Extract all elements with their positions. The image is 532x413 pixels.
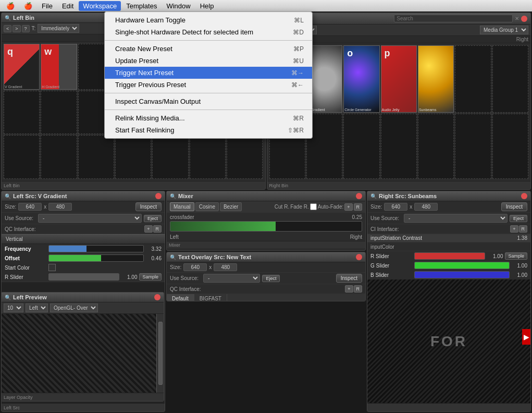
right-cell-7[interactable] <box>492 45 528 113</box>
bin-cell-3-6[interactable] <box>190 135 226 179</box>
right-r-label: R Slider <box>370 253 412 259</box>
bin-cell-p[interactable]: p Audio Jelly <box>381 45 417 113</box>
r-btn-left[interactable]: R <box>153 225 162 233</box>
right-use-source-select[interactable]: - <box>404 214 508 223</box>
nav-back[interactable]: < <box>4 25 11 32</box>
left-src-close[interactable] <box>155 193 162 199</box>
media-group-select[interactable]: Media Group 1 <box>480 26 528 34</box>
bin-cell-2-2[interactable] <box>41 91 77 135</box>
menu-trigger-prev[interactable]: Trigger Previous Preset ⌘← <box>105 79 312 91</box>
menu-create-preset[interactable]: Create New Preset ⌘P <box>105 43 312 55</box>
left-label: Left <box>170 234 179 240</box>
text-overlay-title: Text Overlay Src: New Text <box>178 254 354 260</box>
bin-cell-o[interactable]: o Circle Generator <box>343 45 379 113</box>
t-select-left[interactable]: Immediately <box>38 24 79 33</box>
text-r-btn[interactable]: R <box>354 285 363 293</box>
menu-vdmx[interactable]: 🍎 <box>20 1 36 11</box>
text-inspect-btn[interactable]: Inspect <box>336 274 362 283</box>
left-src-inspect[interactable]: Inspect <box>135 202 162 211</box>
bin-cell-3-4[interactable] <box>115 135 151 179</box>
menu-templates[interactable]: Templates <box>122 1 161 11</box>
text-plus-btn[interactable]: + <box>345 285 353 293</box>
menu-relink[interactable]: Relink Missing Media... ⌘R <box>105 112 312 124</box>
mixer-r[interactable]: R <box>354 203 363 211</box>
right-b-track[interactable] <box>414 271 510 278</box>
text-overlay-close[interactable] <box>356 254 362 260</box>
menu-sep-2 <box>105 93 312 93</box>
mixer-tab-cosine[interactable]: Cosine <box>195 202 219 211</box>
right-eject-btn[interactable]: Eject <box>510 215 527 222</box>
auto-fade-check[interactable] <box>310 203 317 210</box>
freq-track[interactable] <box>48 245 144 252</box>
nav-forward[interactable]: > <box>13 25 20 32</box>
right-r-btn[interactable]: R <box>519 225 528 233</box>
right-cell-6[interactable] <box>455 45 491 113</box>
mixer-tab-manual[interactable]: Manual <box>170 202 194 211</box>
text-overlay-use-source-row: Use Source: - Eject Inspect <box>167 273 365 284</box>
right-src-width[interactable] <box>384 203 407 211</box>
menu-apple[interactable]: 🍎 <box>2 1 19 11</box>
right-bin-close[interactable] <box>521 16 527 22</box>
bin-cell-w[interactable]: w H Gradient <box>41 44 77 90</box>
right-bin-search[interactable] <box>394 15 513 22</box>
color-swatch[interactable] <box>48 264 56 271</box>
mixer-plus[interactable]: + <box>344 203 352 211</box>
left-src-height[interactable] <box>48 203 72 211</box>
mixer-tab-bezier[interactable]: Bezier <box>220 202 242 211</box>
menu-update-preset[interactable]: Update Preset ⌘U <box>105 55 312 67</box>
freq-val: 3.32 <box>146 246 162 252</box>
bin-cell-3-2[interactable] <box>41 135 77 179</box>
menu-workspace[interactable]: Workspace <box>79 1 121 11</box>
tab-bigfast[interactable]: BIGFAST <box>194 294 227 301</box>
menu-fast-relink[interactable]: Start Fast Relinking ⇧⌘R <box>105 124 312 136</box>
right-src-close[interactable] <box>521 193 527 199</box>
right-src-search-icon: 🔍 <box>370 193 377 199</box>
menu-inspect-canvas[interactable]: Inspect Canvas/Main Output <box>105 95 312 107</box>
right-r-sample[interactable]: Sample <box>505 252 527 260</box>
eject-btn-left[interactable]: Eject <box>144 215 162 222</box>
right-src-inspect[interactable]: Inspect <box>501 202 527 211</box>
menu-hardware-learn[interactable]: Hardware Learn Toggle ⌘L <box>105 14 312 26</box>
bin-cell-3-3[interactable] <box>78 135 114 179</box>
right-cell-2-5[interactable] <box>418 114 454 179</box>
text-eject-btn[interactable]: Eject <box>262 275 280 282</box>
text-use-source-select[interactable]: - <box>203 274 260 283</box>
left-src-qc-row: QC Interface: + R <box>2 224 165 234</box>
bin-cell-3-1[interactable] <box>4 135 40 179</box>
bin-cell-2-1[interactable] <box>4 91 40 135</box>
offset-track[interactable] <box>48 254 144 262</box>
left-src-width[interactable] <box>18 203 42 211</box>
bin-cell-sunbeams[interactable]: Sunbeams <box>418 45 454 113</box>
mixer-close[interactable] <box>356 193 362 199</box>
bin-cell-q[interactable]: q V Gradient <box>4 44 40 90</box>
r-slider-val: 1.00 <box>121 274 137 280</box>
plus-btn-left[interactable]: + <box>144 225 152 233</box>
menu-file[interactable]: File <box>38 1 57 11</box>
text-overlay-width[interactable] <box>183 263 207 271</box>
left-src-title: Left Src: V Gradient <box>13 193 153 199</box>
right-cell-2-6[interactable] <box>455 114 491 179</box>
tab-default[interactable]: Default <box>167 294 194 301</box>
nav-help[interactable]: ? <box>22 25 30 32</box>
use-source-select[interactable]: - <box>38 214 142 223</box>
right-cell-2-4[interactable] <box>381 114 417 179</box>
menu-window[interactable]: Window <box>162 1 194 11</box>
right-src-size-row: Size: x Inspect <box>367 201 530 213</box>
right-r-track[interactable] <box>414 252 485 260</box>
right-src-height[interactable] <box>414 203 438 211</box>
menu-trigger-next[interactable]: Trigger Next Preset ⌘→ <box>105 67 312 79</box>
right-cell-2-3[interactable] <box>343 114 379 179</box>
right-plus-btn[interactable]: + <box>510 225 518 233</box>
menu-help[interactable]: Help <box>196 1 218 11</box>
r-sample-btn[interactable]: Sample <box>139 273 162 281</box>
text-overlay-height[interactable] <box>214 263 237 271</box>
bin-cell-3-7[interactable] <box>227 135 263 179</box>
right-cell-2-7[interactable] <box>492 114 528 179</box>
r-slider-track[interactable] <box>48 273 119 281</box>
menu-hardware-detect[interactable]: Single-shot Hardware Detect for selected… <box>105 26 312 38</box>
clear-search-icon[interactable]: ✕ <box>515 16 519 21</box>
right-g-track[interactable] <box>414 262 510 269</box>
crossfader-track[interactable] <box>170 221 362 232</box>
bin-cell-3-5[interactable] <box>152 135 188 179</box>
menu-edit[interactable]: Edit <box>58 1 78 11</box>
